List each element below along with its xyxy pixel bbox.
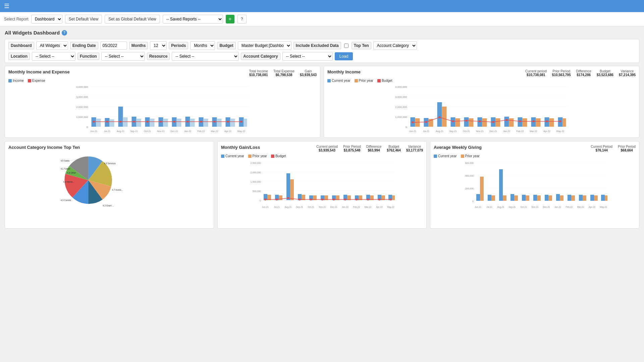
- chart4-current-dot: [221, 155, 224, 158]
- chart2-legend-prior-label: Prior year: [359, 79, 373, 82]
- chart1-legend-expense-label: Expense: [32, 79, 45, 82]
- svg-rect-91: [563, 118, 566, 127]
- svg-text:2,500,000: 2,500,000: [251, 162, 261, 164]
- svg-text:Mar-22: Mar-22: [577, 206, 584, 208]
- chart1-legend: Income Expense: [8, 79, 317, 82]
- ending-date-input[interactable]: [100, 42, 127, 50]
- svg-point-39: [160, 121, 162, 123]
- svg-rect-200: [568, 195, 571, 201]
- resource-label: Resource: [147, 53, 170, 60]
- svg-rect-72: [464, 117, 469, 127]
- svg-point-37: [133, 121, 135, 123]
- account-category-card: Account Category Income Top Ten: [5, 141, 214, 229]
- menu-icon[interactable]: ☰: [4, 2, 9, 10]
- chart4-svg: 2,500,000 2,000,000 1,500,000 500,000 0: [221, 159, 423, 213]
- chart2-header: Monthly Income Current period $10,738,08…: [327, 69, 636, 77]
- svg-rect-87: [509, 118, 514, 127]
- include-excluded-checkbox[interactable]: [344, 44, 348, 48]
- svg-text:Apr-22: Apr-22: [589, 206, 595, 208]
- svg-rect-25: [137, 119, 141, 127]
- location-select[interactable]: -- Select --: [32, 52, 75, 61]
- svg-text:Jun-21: Jun-21: [475, 206, 481, 208]
- chart4-prior-val: $3,875,548: [343, 148, 360, 152]
- svg-point-168: [356, 198, 358, 200]
- function-select[interactable]: -- Select --: [101, 52, 145, 61]
- budget-select[interactable]: Master Budget [Dashboard]: [238, 41, 291, 50]
- svg-text:Dec-21: Dec-21: [489, 130, 497, 132]
- svg-rect-195: [511, 194, 514, 201]
- dashboard-title-row: All Widgets Dashboard ?: [5, 30, 639, 36]
- chart2-legend-prior: Prior year: [355, 79, 373, 82]
- svg-point-163: [299, 198, 301, 200]
- svg-point-35: [106, 121, 108, 123]
- chart4-legend-prior-label: Prior year: [253, 154, 267, 158]
- svg-text:Jul-21: Jul-21: [486, 206, 492, 208]
- dashboard-help-icon[interactable]: ?: [62, 30, 67, 36]
- select-report-dropdown[interactable]: Dashboard: [31, 15, 62, 23]
- months-select[interactable]: 12: [150, 41, 167, 50]
- chart5-svg: 600,000 400,000 200,000 0: [434, 159, 636, 213]
- svg-rect-75: [504, 117, 509, 127]
- chart2-legend-budget-label: Budget: [382, 79, 392, 82]
- chart4-legend-current-label: Current year: [225, 154, 244, 158]
- svg-rect-212: [571, 195, 575, 201]
- svg-text:Sep-21: Sep-21: [509, 206, 516, 208]
- chart1-stats: Total Income $10,738,081 Total Expense $…: [249, 69, 317, 77]
- chart4-stats: Current period $3,939,543 Prior Period $…: [316, 145, 423, 152]
- svg-point-93: [425, 121, 427, 123]
- add-report-button[interactable]: +: [226, 15, 234, 23]
- set-default-view-button[interactable]: Set Default View: [65, 15, 102, 23]
- svg-text:Nov-21: Nov-21: [319, 206, 326, 208]
- chart1-gain: Gain $3,939,543: [300, 69, 317, 77]
- chart4-area: 2,500,000 2,000,000 1,500,000 500,000 0: [221, 159, 423, 213]
- svg-rect-85: [482, 118, 487, 127]
- svg-rect-33: [244, 119, 247, 127]
- chart4-prior-dot: [248, 155, 252, 158]
- svg-point-167: [344, 198, 346, 200]
- chart1-gain-label: Gain: [305, 69, 312, 73]
- svg-point-171: [390, 198, 392, 200]
- chart5-prior: Prior Period $68,664: [618, 145, 636, 152]
- chart4-legend-prior: Prior year: [248, 154, 267, 158]
- chart1-legend-income-label: Income: [13, 79, 24, 82]
- svg-point-97: [479, 120, 481, 122]
- svg-text:4,000,000: 4,000,000: [395, 85, 407, 88]
- svg-rect-89: [536, 118, 541, 127]
- account-category-select-top[interactable]: Account Category: [373, 41, 417, 50]
- svg-text:Aug-21: Aug-21: [436, 130, 443, 133]
- chart2-budget-label: Budget: [600, 69, 610, 73]
- svg-text:Feb-22: Feb-22: [353, 206, 360, 208]
- svg-rect-197: [533, 195, 537, 201]
- svg-text:Apr-22: Apr-22: [543, 130, 550, 133]
- chart2-variance-val: $7,214,395: [619, 73, 636, 77]
- chart5-legend-prior-label: Prior year: [465, 154, 480, 158]
- all-widgets-select[interactable]: All Widgets: [36, 41, 68, 50]
- chart2-prior-val: $10,563,795: [552, 73, 571, 77]
- account-category-select[interactable]: -- Select --: [282, 52, 333, 61]
- svg-text:Oct-21: Oct-21: [308, 206, 314, 208]
- chart4-current: Current period $3,939,543: [316, 145, 338, 152]
- help-button[interactable]: ?: [237, 15, 247, 23]
- main-content: All Widgets Dashboard ? Dashboard All Wi…: [0, 26, 644, 232]
- set-global-default-button[interactable]: Set as Global Default View: [105, 15, 160, 23]
- chart2-current-label: Current period: [525, 69, 547, 73]
- svg-text:3,000,000: 3,000,000: [76, 96, 88, 99]
- svg-text:4.3 Contrib...: 4.3 Contrib...: [61, 199, 73, 201]
- saved-reports-select[interactable]: -- Saved Reports --: [163, 15, 223, 23]
- svg-point-102: [546, 120, 548, 122]
- top-charts-row: Monthly Income and Expense Total Income …: [5, 66, 639, 138]
- svg-point-103: [559, 120, 561, 122]
- svg-rect-138: [286, 173, 290, 200]
- periods-select[interactable]: Months: [190, 41, 215, 50]
- svg-text:4.4 Memb...: 4.4 Memb...: [63, 181, 74, 183]
- svg-point-36: [120, 121, 122, 123]
- svg-rect-202: [590, 195, 594, 201]
- chart1-area: 4,000,000 3,000,000 2,000,000 1,000,000 …: [8, 84, 317, 134]
- resource-select[interactable]: -- Select --: [172, 52, 239, 61]
- include-excluded-label: Include Excluded Data: [293, 42, 341, 49]
- ending-date-label: Ending Date: [70, 42, 98, 49]
- chart5-legend-current-label: Current year: [438, 154, 457, 158]
- load-button[interactable]: Load: [335, 52, 353, 60]
- chart4-legend-current: Current year: [221, 154, 244, 158]
- svg-text:Jun-21: Jun-21: [90, 130, 98, 132]
